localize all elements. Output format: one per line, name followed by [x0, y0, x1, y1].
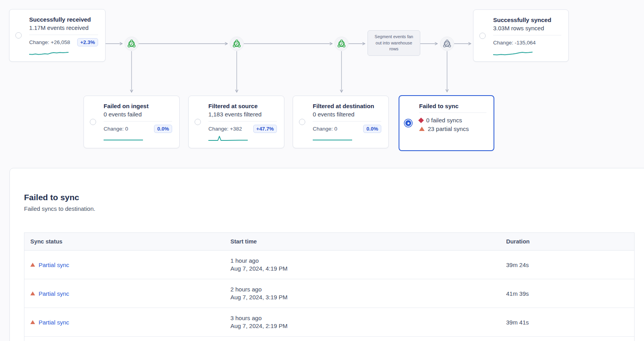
table-row: Partial sync 1 hour ago Aug 7, 2024, 4:1… — [24, 251, 634, 279]
card-filtered-at-source[interactable]: Filtered at source 1,183 events filtered… — [188, 96, 284, 148]
warning-triangle-icon — [30, 263, 35, 267]
card-filtered-at-destination[interactable]: Filtered at destination 0 events filtere… — [293, 96, 389, 148]
card-successfully-synced[interactable]: Successfully synced 3.03M rows synced Ch… — [473, 9, 569, 62]
panel-subtitle: Failed syncs to destination. — [24, 205, 95, 212]
table-row: Partial sync 2 hours ago Aug 7, 2024, 3:… — [24, 279, 634, 308]
card-subtitle: 1,183 events filtered — [208, 110, 277, 118]
radio-filtered-at-source[interactable] — [195, 119, 201, 125]
duration: 39m 41s — [506, 319, 529, 326]
radio-failed-on-ingest[interactable] — [90, 119, 96, 125]
change-label: Change: -135,064 — [493, 40, 536, 46]
column-header-start-time: Start time — [225, 233, 500, 250]
radio-failed-to-sync[interactable] — [405, 120, 411, 126]
sparkline — [208, 135, 248, 143]
radio-successfully-received[interactable] — [15, 32, 22, 39]
timestamp: Aug 7, 2024, 4:19 PM — [230, 265, 288, 273]
partial-sync-link[interactable]: Partial sync — [39, 262, 69, 268]
duration: 39m 24s — [506, 262, 529, 268]
sparkline — [29, 49, 69, 57]
change-badge: 0.0% — [363, 125, 381, 133]
pipeline-node-icon — [124, 37, 139, 51]
change-badge: +2.3% — [77, 38, 98, 46]
partial-syncs-stat: 23 partial syncs — [428, 125, 469, 133]
failed-to-sync-panel: Failed to sync Failed syncs to destinati… — [9, 168, 644, 341]
timestamp: Aug 7, 2024, 2:19 PM — [230, 322, 288, 330]
card-title: Failed to sync — [419, 102, 486, 110]
sparkline — [493, 49, 533, 57]
card-failed-to-sync[interactable]: Failed to sync 0 failed syncs 23 partial… — [399, 95, 494, 151]
warning-triangle-icon — [30, 320, 35, 324]
pipeline-node-icon — [334, 37, 349, 51]
divider — [104, 121, 172, 122]
fanout-note-text: Segment events fan out into warehouse ro… — [373, 34, 415, 53]
card-title: Filtered at destination — [313, 102, 381, 110]
duration: 41m 39s — [506, 290, 529, 297]
card-title: Failed on ingest — [104, 102, 172, 110]
change-label: Change: +26,058 — [29, 39, 70, 45]
table-row: Partial sync 3 hours ago Aug 7, 2024, 2:… — [24, 308, 634, 337]
change-badge: +47.7% — [253, 125, 277, 133]
sparkline — [313, 135, 352, 143]
relative-time: 3 hours ago — [230, 314, 262, 322]
card-subtitle: 3.03M rows synced — [493, 24, 561, 32]
fanout-note: Segment events fan out into warehouse ro… — [367, 30, 420, 56]
partial-sync-link[interactable]: Partial sync — [39, 319, 69, 326]
warning-triangle-icon — [419, 127, 425, 131]
divider — [313, 121, 381, 122]
pipeline-node-icon — [230, 37, 244, 51]
sync-table: Sync status Start time Duration Partial … — [24, 232, 635, 341]
card-title: Filtered at source — [208, 102, 277, 110]
change-label: Change: +382 — [208, 126, 242, 132]
radio-successfully-synced[interactable] — [479, 33, 486, 39]
panel-title: Failed to sync — [24, 193, 79, 202]
failed-diamond-icon — [418, 117, 424, 123]
change-badge: 0.0% — [154, 125, 172, 133]
column-header-sync-status: Sync status — [24, 233, 225, 250]
card-title: Successfully synced — [493, 16, 561, 24]
column-header-duration: Duration — [500, 233, 634, 250]
card-failed-on-ingest[interactable]: Failed on ingest 0 events failed Change:… — [84, 96, 180, 148]
change-label: Change: 0 — [313, 126, 337, 132]
table-header-row: Sync status Start time Duration — [24, 233, 634, 251]
relative-time: 1 hour ago — [230, 257, 259, 265]
table-row-clipped — [24, 337, 634, 341]
warning-triangle-icon — [30, 291, 35, 295]
change-label: Change: 0 — [104, 126, 128, 132]
divider — [493, 35, 561, 35]
card-subtitle: 0 events filtered — [313, 110, 381, 118]
relative-time: 2 hours ago — [230, 286, 262, 293]
sparkline — [104, 135, 143, 143]
divider — [29, 35, 98, 35]
divider — [419, 112, 486, 113]
card-subtitle: 0 events failed — [104, 110, 172, 118]
partial-sync-link[interactable]: Partial sync — [39, 290, 69, 297]
card-subtitle: 1.17M events received — [29, 24, 98, 32]
timestamp: Aug 7, 2024, 3:19 PM — [230, 293, 288, 301]
pipeline-node-icon — [440, 37, 454, 51]
divider — [208, 121, 277, 122]
card-successfully-received[interactable]: Successfully received 1.17M events recei… — [9, 9, 106, 62]
failed-syncs-stat: 0 failed syncs — [426, 116, 462, 124]
card-title: Successfully received — [29, 16, 98, 24]
radio-filtered-at-destination[interactable] — [299, 119, 305, 125]
